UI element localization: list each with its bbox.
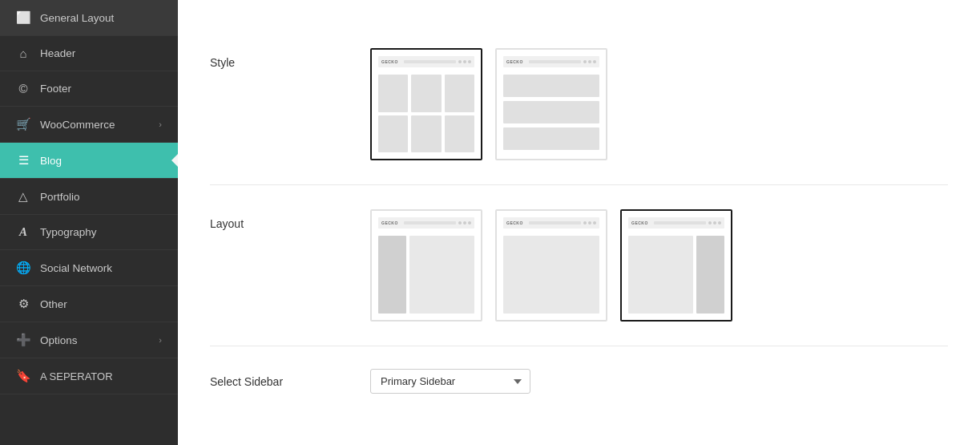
mock-logo-layout3: GECKO [631, 220, 648, 225]
sidebar-label-header: Header [40, 47, 75, 59]
mock-logo-style2: GECKO [506, 59, 523, 64]
sidebar-item-header[interactable]: ⌂ Header [0, 36, 178, 71]
sidebar-item-blog[interactable]: ☰ Blog [0, 143, 178, 179]
mock-logo-layout2: GECKO [506, 220, 523, 225]
mock-bar-layout3: GECKO [628, 217, 724, 229]
dot3d [593, 221, 596, 225]
list-row-2 [503, 101, 599, 123]
sidebar-label-blog: Blog [40, 155, 62, 167]
sidebar-item-general-layout[interactable]: ⬜ General Layout [0, 0, 178, 36]
dot2e [713, 221, 716, 225]
grid-cell-1 [378, 75, 408, 112]
layout-thumb-nosidebar[interactable]: GECKO [495, 209, 607, 322]
layout-thumb-right-sidebar[interactable]: GECKO [620, 209, 732, 322]
mock-bar-style2: GECKO [503, 56, 599, 67]
sidebar-item-portfolio[interactable]: △ Portfolio [0, 179, 178, 215]
style-label: Style [210, 48, 370, 69]
list-rows [503, 75, 599, 152]
layout-section: Layout GECKO [210, 185, 948, 346]
style-thumbnails: GECKO [370, 48, 607, 160]
mock-dots-style1 [458, 60, 471, 63]
sidebar-separator[interactable]: 🔖 A SEPERATOR [0, 358, 178, 394]
mock-bar-layout2: GECKO [503, 217, 599, 229]
mock-bar-layout1: GECKO [378, 217, 474, 229]
footer-icon: © [16, 82, 30, 95]
grid-mock-style1 [378, 75, 474, 152]
blog-icon: ☰ [16, 153, 30, 168]
header-icon: ⌂ [16, 47, 30, 60]
grid-cell-6 [445, 115, 474, 153]
style-thumb-grid-inner: GECKO [372, 50, 481, 159]
dot1b [583, 60, 587, 63]
mock-logo-style1: GECKO [381, 59, 398, 64]
dot1e [708, 221, 712, 225]
sidebar-item-typography[interactable]: A Typography [0, 215, 178, 250]
options-icon: ➕ [16, 333, 30, 347]
separator-icon: 🔖 [16, 369, 30, 383]
dot3e [718, 221, 721, 225]
layout-left-col [378, 236, 406, 314]
layout-thumbnails: GECKO GECKO [370, 209, 732, 322]
chevron-right-icon: › [159, 119, 162, 129]
sidebar-item-social-network[interactable]: 🌐 Social Network [0, 250, 178, 286]
sidebar-label-options: Options [40, 334, 78, 346]
mock-dots-layout1 [458, 221, 471, 225]
layout-right-col [696, 236, 724, 314]
other-icon: ⚙ [16, 297, 30, 311]
select-sidebar-label: Select Sidebar [210, 375, 370, 388]
sidebar-label-social-network: Social Network [40, 262, 112, 274]
mock-logo-layout1: GECKO [381, 220, 398, 225]
style-thumb-list-inner: GECKO [497, 50, 606, 159]
grid-cell-2 [411, 75, 441, 112]
sidebar-item-woocommerce[interactable]: 🛒 WooCommerce › [0, 107, 178, 143]
mock-dots-layout3 [708, 221, 721, 225]
list-row-1 [503, 75, 599, 97]
layout-main-right [628, 236, 693, 314]
dot1 [458, 60, 462, 63]
sidebar-label-other: Other [40, 298, 67, 310]
dot1d [583, 221, 587, 225]
grid-cell-5 [411, 115, 441, 153]
sidebar-label-typography: Typography [40, 226, 97, 238]
typography-icon: A [16, 225, 30, 239]
dot2b [588, 60, 591, 63]
sidebar-item-options[interactable]: ➕ Options › [0, 322, 178, 358]
sidebar-separator-label: A SEPERATOR [40, 370, 113, 382]
layout-full-body [378, 236, 474, 314]
select-sidebar-dropdown[interactable]: Primary Sidebar Secondary Sidebar None [370, 369, 530, 394]
portfolio-icon: △ [16, 189, 30, 204]
style-thumb-list[interactable]: GECKO [495, 48, 607, 160]
layout-right-sidebar-body [628, 236, 724, 314]
style-thumb-grid[interactable]: GECKO [370, 48, 482, 160]
dot2c [463, 221, 466, 225]
dot3c [468, 221, 471, 225]
dot2d [588, 221, 591, 225]
mock-bar-style1: GECKO [378, 56, 474, 67]
select-sidebar-section: Select Sidebar Primary Sidebar Secondary… [210, 346, 948, 416]
layout-main-area [409, 236, 474, 314]
dot2 [463, 60, 466, 63]
dot1c [458, 221, 462, 225]
list-row-3 [503, 127, 599, 150]
main-content: Style GECKO [178, 0, 980, 445]
layout-thumb-full[interactable]: GECKO [370, 209, 482, 322]
dot3 [468, 60, 471, 63]
sidebar: ⬜ General Layout ⌂ Header © Footer 🛒 Woo… [0, 0, 178, 445]
mock-dots-layout2 [583, 221, 596, 225]
style-section: Style GECKO [210, 24, 948, 185]
sidebar-label-footer: Footer [40, 83, 71, 95]
chevron-right-options-icon: › [159, 335, 162, 345]
sidebar-label-general-layout: General Layout [40, 12, 114, 24]
layout-label: Layout [210, 209, 370, 230]
layout-no-sidebar-body [503, 236, 599, 314]
sidebar-item-other[interactable]: ⚙ Other [0, 286, 178, 322]
social-network-icon: 🌐 [16, 261, 30, 275]
dot3b [593, 60, 596, 63]
woocommerce-icon: 🛒 [16, 117, 30, 131]
sidebar-label-portfolio: Portfolio [40, 191, 80, 203]
sidebar-label-woocommerce: WooCommerce [40, 119, 115, 131]
grid-cell-4 [378, 115, 408, 153]
grid-cell-3 [445, 75, 474, 112]
general-layout-icon: ⬜ [16, 10, 30, 25]
sidebar-item-footer[interactable]: © Footer [0, 71, 178, 107]
